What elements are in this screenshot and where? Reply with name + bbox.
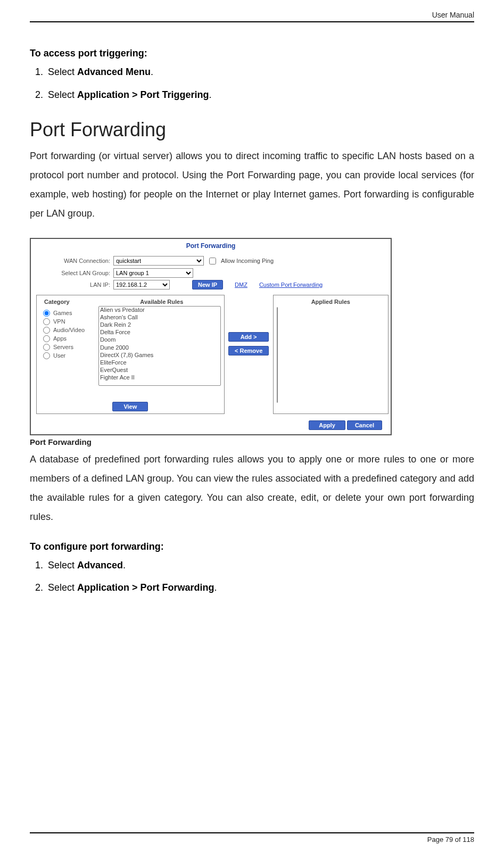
allow-ping-label: Allow Incoming Ping [221, 258, 274, 264]
rule-item[interactable]: Alien vs Predator [99, 307, 220, 314]
remove-button[interactable]: < Remove [228, 346, 269, 355]
category-radio-group: Games VPN Audio/Video Apps Servers User [40, 306, 98, 401]
lan-ip-select[interactable]: 192.168.1.2 [113, 280, 170, 289]
cfg-step-1-bold: Advanced [77, 560, 123, 570]
label-games: Games [53, 310, 72, 316]
footer-rule [30, 832, 474, 833]
heading-port-forwarding: Port Forwarding [30, 119, 474, 141]
step-1: Select Advanced Menu. [46, 64, 474, 80]
cancel-button[interactable]: Cancel [347, 420, 382, 430]
lan-group-label: Select LAN Group: [33, 270, 110, 276]
steps-access-trigger: Select Advanced Menu. Select Application… [46, 64, 474, 103]
step-2-pre: Select [48, 89, 77, 100]
step-2: Select Application > Port Triggering. [46, 87, 474, 103]
radio-user[interactable] [43, 352, 50, 359]
section-configure-title: To configure port forwarding: [30, 541, 474, 552]
radio-vpn[interactable] [43, 318, 50, 325]
step-1-post: . [151, 67, 153, 77]
header-right: User Manual [30, 11, 474, 19]
row-lan-group: Select LAN Group: LAN group 1 [31, 268, 391, 278]
custom-port-forwarding-link[interactable]: Custom Port Forwarding [259, 282, 323, 288]
category-audio-video[interactable]: Audio/Video [40, 327, 98, 334]
lan-ip-label: LAN IP: [33, 282, 110, 288]
new-ip-button[interactable]: New IP [192, 280, 223, 289]
rule-item[interactable]: EliteForce [99, 359, 220, 367]
dmz-link[interactable]: DMZ [235, 282, 247, 288]
footer: Page 79 of 118 [30, 828, 474, 843]
label-vpn: VPN [53, 318, 65, 325]
panel-title: Port Forwarding [31, 239, 391, 255]
rule-item[interactable]: DirectX (7,8) Games [99, 352, 220, 359]
cfg-step-2: Select Application > Port Forwarding. [46, 580, 474, 595]
rule-item[interactable]: Doom [99, 336, 220, 344]
header-rule [30, 21, 474, 22]
transfer-buttons: Add > < Remove [228, 295, 270, 355]
rule-item[interactable]: Dark Rein 2 [99, 321, 220, 329]
wan-select[interactable]: quickstart [113, 256, 204, 266]
paragraph-db: A database of predefined port forwarding… [30, 450, 474, 526]
rule-item[interactable]: Fighter Ace II [99, 374, 220, 382]
radio-games[interactable] [43, 310, 50, 317]
step-2-post: . [209, 89, 212, 100]
view-button[interactable]: View [112, 402, 148, 411]
label-user: User [53, 352, 65, 359]
rules-area: Category Available Rules Games VPN Audio… [36, 295, 389, 414]
row-wan: WAN Connection: quickstart Allow Incomin… [31, 256, 391, 266]
cfg-step-2-post: . [214, 582, 217, 593]
steps-configure: Select Advanced. Select Application > Po… [46, 558, 474, 596]
cfg-step-1-post: . [123, 560, 126, 570]
rule-item[interactable]: Asheron's Call [99, 314, 220, 321]
available-rules-list[interactable]: Alien vs Predator Asheron's Call Dark Re… [98, 306, 221, 386]
category-games[interactable]: Games [40, 310, 98, 317]
step-1-bold: Advanced Menu [77, 67, 151, 77]
cfg-step-2-bold: Application > Port Forwarding [77, 582, 214, 593]
available-rules-header: Available Rules [103, 299, 221, 305]
label-servers: Servers [53, 344, 73, 350]
rule-item[interactable]: Dune 2000 [99, 344, 220, 352]
radio-audio-video[interactable] [43, 327, 50, 334]
allow-ping-checkbox[interactable] [209, 258, 216, 264]
category-user[interactable]: User [40, 352, 98, 359]
row-lan-ip: LAN IP: 192.168.1.2 New IP DMZ Custom Po… [31, 280, 391, 289]
step-2-bold: Application > Port Triggering [77, 89, 209, 100]
rule-item[interactable]: Delta Force [99, 329, 220, 336]
wan-label: WAN Connection: [33, 258, 110, 264]
rule-item[interactable]: EverQuest [99, 367, 220, 374]
category-vpn[interactable]: VPN [40, 318, 98, 325]
applied-rules-header: Applied Rules [277, 299, 385, 305]
label-apps: Apps [53, 335, 67, 342]
step-1-pre: Select [48, 67, 77, 77]
section-access-trigger-title: To access port triggering: [30, 48, 474, 59]
lan-group-select[interactable]: LAN group 1 [113, 268, 193, 278]
add-button[interactable]: Add > [228, 332, 269, 342]
cfg-step-1: Select Advanced. [46, 558, 474, 573]
radio-servers[interactable] [43, 344, 50, 351]
port-forwarding-panel: Port Forwarding WAN Connection: quicksta… [30, 238, 392, 435]
paragraph-intro: Port forwarding (or virtual server) allo… [30, 146, 474, 223]
cfg-step-2-pre: Select [48, 582, 77, 593]
category-servers[interactable]: Servers [40, 344, 98, 351]
category-header: Category [40, 299, 103, 305]
category-apps[interactable]: Apps [40, 335, 98, 342]
category-rules-header: Category Available Rules [40, 299, 221, 305]
applied-rules-list[interactable] [277, 307, 278, 403]
label-audio-video: Audio/Video [53, 327, 85, 333]
radio-apps[interactable] [43, 335, 50, 342]
cfg-step-1-pre: Select [48, 560, 77, 570]
page-number: Page 79 of 118 [30, 836, 474, 843]
bottom-buttons: Apply Cancel [31, 417, 391, 430]
applied-rules-box: Applied Rules [273, 295, 389, 414]
figure-caption: Port Forwarding [30, 437, 474, 446]
apply-button[interactable]: Apply [309, 420, 345, 430]
category-rules-box: Category Available Rules Games VPN Audio… [36, 295, 225, 414]
